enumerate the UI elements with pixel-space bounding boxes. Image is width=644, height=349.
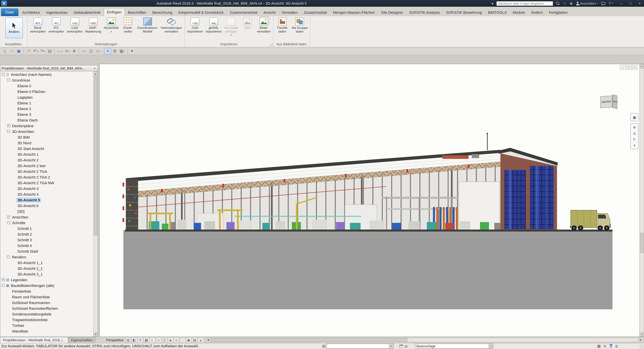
tree-item-3d-bim[interactable]: 3D BIM [0, 134, 93, 140]
section-icon[interactable]: ◫ [88, 48, 94, 54]
ribbon-tab-verwalten[interactable]: Verwalten [278, 9, 301, 16]
ribbon-tab-sofistik-analysis[interactable]: SOFiSTiK Analysis [406, 9, 443, 16]
worksets-select[interactable]: ▼ [326, 344, 394, 349]
chevron-down-icon[interactable]: ▼ [389, 344, 394, 348]
shadows-icon[interactable]: ▩ [144, 338, 149, 342]
tree-item-grundrisse[interactable]: −Grundrisse [0, 77, 93, 83]
switch-windows-icon[interactable]: ▦ [118, 48, 126, 54]
tree-item-ebene-dach[interactable]: Ebene Dach [0, 117, 93, 123]
tree-item-3d-start-ansicht[interactable]: 3D Start Ansicht [0, 146, 93, 151]
load-family-button[interactable]: Familie laden [274, 17, 290, 42]
viewcube-left-face[interactable]: LINKS [612, 94, 617, 109]
resize-grip[interactable] [640, 344, 644, 349]
chevron-down-icon[interactable]: ▼ [488, 344, 493, 348]
manage-links-button[interactable]: Verknüpfungen verwalten [160, 17, 183, 42]
ribbon-tab-koerpermodell-grundstueck[interactable]: Körpermodell & Grundstück [175, 9, 227, 16]
tree-item-ebene-3[interactable]: Ebene 3 [0, 112, 93, 117]
infocenter-collapse-icon[interactable]: ▸ [491, 1, 494, 6]
manage-images-button[interactable]: Bilder verwalten [256, 17, 272, 42]
aligned-dimension-icon[interactable]: ≍ [64, 48, 70, 54]
tree-item-3d-ansicht-6[interactable]: 3D-Ansicht 6 [0, 203, 93, 208]
expand-icon[interactable]: + [7, 216, 10, 218]
view-minimize-button[interactable]: – [620, 65, 626, 70]
rewind-icon[interactable]: ◎ [631, 130, 638, 136]
sync-icon[interactable]: ↺ [25, 48, 32, 54]
print-icon[interactable]: ▤ [46, 48, 53, 54]
tree-item-schnitt-2[interactable]: Schnitt 2 [0, 231, 93, 237]
link-cad-button[interactable]: CADCAD verknüpfen [66, 17, 84, 42]
decal-button[interactable]: Abziehbild [103, 17, 120, 42]
new-file-icon[interactable]: ▯ [1, 48, 8, 54]
select-panel-label[interactable]: Auswählen [1, 42, 27, 47]
hide-isolate-icon[interactable]: ∞ [174, 338, 179, 342]
scroll-down-icon[interactable]: ▼ [640, 332, 644, 336]
tag-icon[interactable]: ◇ [95, 48, 102, 54]
ribbon-tab-ansicht[interactable]: Ansicht [260, 9, 278, 16]
tree-item-lageplan[interactable]: Lageplan [0, 94, 93, 100]
tree-item-ansichten-nach-namen[interactable]: −◫Ansichten (nach Namen) [0, 72, 93, 77]
point-cloud-button[interactable]: Punkt- wolke [120, 17, 136, 42]
tree-item-3d-ansicht-2-tga-2[interactable]: 3D-Ansicht 2 TGA 2 [0, 174, 93, 180]
signin-person-icon[interactable]: Anmelden [575, 1, 599, 5]
scroll-thumb[interactable] [211, 338, 407, 342]
3d-view-icon[interactable]: ⌂ [81, 48, 88, 54]
tree-item-schnitt-3[interactable]: Schnitt 3 [0, 237, 93, 242]
ribbon-tab-architektur[interactable]: Architektur [19, 9, 43, 16]
ribbon-tab-zusammenarbeit[interactable]: Zusammenarbeit [227, 9, 260, 16]
tree-item-legenden[interactable]: +▤Legenden [0, 277, 93, 282]
reveal-hidden-icon[interactable]: ◌ [180, 338, 185, 342]
panel-launcher-icon[interactable]: ↘ [269, 43, 272, 46]
app-store-icon[interactable] [601, 2, 606, 5]
ribbon-tab-module[interactable]: Module [510, 9, 528, 16]
close-icon[interactable]: × [92, 66, 97, 71]
link-ifc-button[interactable]: IFCIFC verknüpfen [47, 17, 65, 42]
tree-item-sonderausstattungsliste[interactable]: Sonderausstattungsliste [0, 311, 93, 317]
collapse-icon[interactable]: − [7, 130, 10, 133]
scroll-thumb[interactable] [94, 76, 97, 235]
orbit-icon[interactable]: ↻ [631, 136, 638, 142]
dock-tab-eigenschaften[interactable]: Eigenschaften [68, 337, 96, 343]
ribbon-tab-gebaeudetechnik[interactable]: Gebäudetechnik [70, 9, 104, 16]
tree-item-3d-ansicht-2[interactable]: 3D-Ansicht 2 [0, 157, 93, 163]
analysis-display-icon[interactable]: ▴ [198, 338, 204, 342]
tree-item-schluessel-raumnamen[interactable]: Schlüssel Raumnamen [0, 300, 93, 306]
tree-item-wandliste[interactable]: Wandliste [0, 328, 93, 334]
modify-button[interactable]: Ändern [5, 18, 23, 38]
close-inactive-windows-icon[interactable]: ⊠ [112, 48, 118, 54]
ribbon-tab-fertigbeton[interactable]: Fertigbeton [546, 9, 570, 16]
tree-item-ebene-0-flaechen[interactable]: Ebene 0 Flächen [0, 88, 93, 94]
tree-item-3d-ansicht-3-1[interactable]: 3D-Ansicht 3_1 [0, 271, 93, 277]
collapse-icon[interactable]: − [7, 78, 10, 82]
temp-view-properties-icon[interactable]: ▧ [192, 338, 198, 342]
ribbon-tab-site-designer[interactable]: Site Designer [378, 9, 406, 16]
visual-style-icon[interactable]: ◧ [131, 338, 137, 342]
tree-item-ebene-2[interactable]: Ebene 2 [0, 106, 93, 112]
maximize-button[interactable]: □ [626, 0, 635, 7]
scroll-left-icon[interactable]: ◀ [206, 338, 210, 342]
search-icon[interactable] [555, 2, 560, 5]
design-option-select[interactable]: Basisvorlage ▼ [415, 344, 493, 349]
tree-item-3d-ansicht-2-tga[interactable]: 3D-Ansicht 2 TGA [0, 168, 93, 174]
save-icon[interactable]: ▣ [16, 48, 22, 54]
text-icon[interactable]: A [71, 48, 78, 54]
tree-item-rendern[interactable]: −Rendern [0, 254, 93, 260]
tree-item-3d-ansicht-4[interactable]: 3D-Ansicht 4 [0, 191, 93, 197]
detail-level-icon[interactable]: ▤ [125, 338, 131, 342]
scroll-thumb[interactable] [640, 233, 644, 253]
file-tab[interactable]: Datei [1, 8, 18, 16]
ribbon-tab-aendern[interactable]: Ändern [528, 9, 546, 16]
tree-item-3d-ansicht-3[interactable]: 3D-Ansicht 3 [0, 186, 93, 191]
3d-model-view[interactable] [100, 64, 640, 336]
coordination-model-button[interactable]: Koordinations- Modell [136, 17, 159, 42]
measure-icon[interactable]: ↔ [56, 48, 64, 54]
tree-item-fensterliste[interactable]: Fensterliste [0, 288, 93, 294]
ribbon-tab-zusatzmodule[interactable]: Zusatzmodule [301, 9, 330, 16]
viewcube-back-face[interactable]: HINTEN [600, 96, 612, 108]
tree-item-3d-ansichten[interactable]: −3D-Ansichten [0, 128, 93, 134]
zoom-icon[interactable]: ⊕ [631, 124, 638, 130]
close-button[interactable]: × [635, 0, 644, 7]
tree-item-3d-ansicht-1[interactable]: 3D-Ansicht 1 [0, 151, 93, 157]
ribbon-tab-mengen-massen-flaechen[interactable]: Mengen-Massen-Flächen [330, 9, 378, 16]
collapse-icon[interactable]: − [7, 255, 10, 258]
collapse-icon[interactable]: − [2, 73, 5, 76]
